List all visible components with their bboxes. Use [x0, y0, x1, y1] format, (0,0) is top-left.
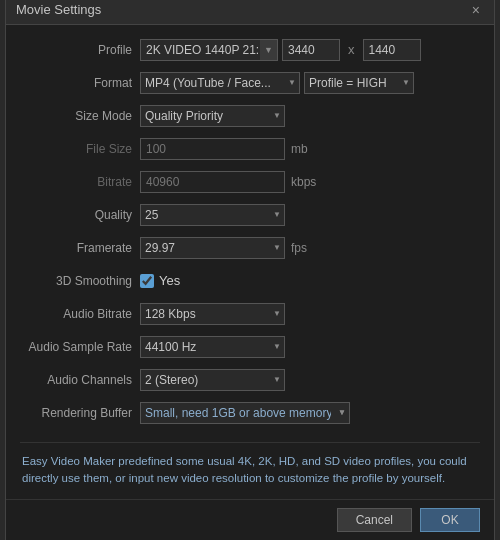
file-size-unit: mb — [291, 142, 308, 156]
format-inputs: MP4 (YouTube / Face... Profile = HIGH — [140, 72, 414, 94]
size-mode-row: Size Mode Quality Priority — [20, 103, 480, 129]
smoothing-label: 3D Smoothing — [20, 274, 140, 288]
profile-row: Profile ▼ x — [20, 37, 480, 63]
framerate-label: Framerate — [20, 241, 140, 255]
bitrate-label: Bitrate — [20, 175, 140, 189]
smoothing-checkbox[interactable] — [140, 274, 154, 288]
rendering-label: Rendering Buffer — [20, 406, 140, 420]
audio-channels-select[interactable]: 2 (Stereo) — [140, 369, 285, 391]
divider — [20, 442, 480, 443]
quality-select-wrap: 25 — [140, 204, 285, 226]
framerate-select[interactable]: 29.97 — [140, 237, 285, 259]
bitrate-row: Bitrate kbps — [20, 169, 480, 195]
audio-channels-select-wrap: 2 (Stereo) — [140, 369, 285, 391]
quality-label: Quality — [20, 208, 140, 222]
audio-channels-label: Audio Channels — [20, 373, 140, 387]
dialog-content: Profile ▼ x Format MP4 (Yo — [6, 25, 494, 500]
smoothing-checkbox-row: Yes — [140, 273, 180, 288]
format-row: Format MP4 (YouTube / Face... Profile = … — [20, 70, 480, 96]
info-text: Easy Video Maker predefined some usual 4… — [20, 453, 480, 488]
ok-button[interactable]: OK — [420, 508, 480, 532]
format-label: Format — [20, 76, 140, 90]
close-button[interactable]: × — [468, 2, 484, 18]
size-mode-label: Size Mode — [20, 109, 140, 123]
audio-sample-row: Audio Sample Rate 44100 Hz — [20, 334, 480, 360]
profile-high-wrap: Profile = HIGH — [304, 72, 414, 94]
framerate-row: Framerate 29.97 fps — [20, 235, 480, 261]
framerate-select-wrap: 29.97 — [140, 237, 285, 259]
audio-channels-row: Audio Channels 2 (Stereo) — [20, 367, 480, 393]
format-select[interactable]: MP4 (YouTube / Face... — [140, 72, 300, 94]
framerate-unit: fps — [291, 241, 307, 255]
profile-high-select[interactable]: Profile = HIGH — [304, 72, 414, 94]
profile-input-wrap: ▼ — [140, 39, 278, 61]
res-height-input[interactable] — [363, 39, 421, 61]
format-select-wrap: MP4 (YouTube / Face... — [140, 72, 300, 94]
audio-sample-select-wrap: 44100 Hz — [140, 336, 285, 358]
rendering-select-wrap: Small, need 1GB or above memory. ▼ — [140, 402, 350, 424]
res-separator: x — [348, 42, 355, 57]
audio-bitrate-select[interactable]: 128 Kbps — [140, 303, 285, 325]
rendering-row: Rendering Buffer Small, need 1GB or abov… — [20, 400, 480, 426]
bitrate-input — [140, 171, 285, 193]
size-mode-select[interactable]: Quality Priority — [140, 105, 285, 127]
smoothing-row: 3D Smoothing Yes — [20, 268, 480, 294]
smoothing-value: Yes — [159, 273, 180, 288]
audio-sample-label: Audio Sample Rate — [20, 340, 140, 354]
audio-bitrate-select-wrap: 128 Kbps — [140, 303, 285, 325]
audio-bitrate-row: Audio Bitrate 128 Kbps — [20, 301, 480, 327]
profile-input[interactable] — [140, 39, 278, 61]
cancel-button[interactable]: Cancel — [337, 508, 412, 532]
settings-form: Profile ▼ x Format MP4 (Yo — [20, 37, 480, 426]
profile-label: Profile — [20, 43, 140, 57]
movie-settings-dialog: Movie Settings × Profile ▼ x Fo — [5, 0, 495, 540]
quality-row: Quality 25 — [20, 202, 480, 228]
quality-select[interactable]: 25 — [140, 204, 285, 226]
size-mode-select-wrap: Quality Priority — [140, 105, 285, 127]
audio-bitrate-label: Audio Bitrate — [20, 307, 140, 321]
title-bar: Movie Settings × — [6, 0, 494, 25]
profile-dropdown-btn[interactable]: ▼ — [260, 39, 278, 61]
dialog-title: Movie Settings — [16, 2, 101, 17]
rendering-select[interactable]: Small, need 1GB or above memory. — [140, 402, 350, 424]
file-size-row: File Size mb — [20, 136, 480, 162]
res-width-input[interactable] — [282, 39, 340, 61]
file-size-label: File Size — [20, 142, 140, 156]
profile-inputs: ▼ x — [140, 39, 421, 61]
bitrate-unit: kbps — [291, 175, 316, 189]
audio-sample-select[interactable]: 44100 Hz — [140, 336, 285, 358]
button-row: Cancel OK — [6, 499, 494, 540]
file-size-input — [140, 138, 285, 160]
